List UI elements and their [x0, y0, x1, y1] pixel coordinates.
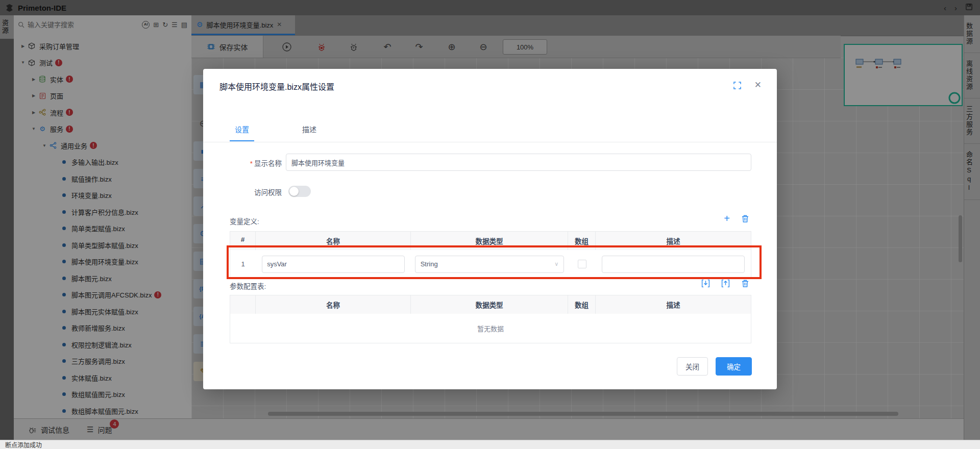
column-header: 名称	[256, 232, 411, 250]
variables-table: #名称数据类型数组描述 1 String ∨	[230, 231, 751, 279]
variable-name-input[interactable]	[262, 256, 405, 273]
delete-variable-icon[interactable]	[741, 214, 749, 223]
application-window: Primeton-IDE ‹ › 资源 AI⊞↻☰▤ ▶采购订单管理▼测试!▶实…	[0, 0, 980, 449]
array-checkbox[interactable]	[578, 260, 586, 268]
tab-settings[interactable]: 设置	[230, 124, 254, 141]
column-header: #	[230, 232, 256, 250]
display-name-input[interactable]	[286, 154, 751, 171]
variable-row: 1 String ∨	[230, 250, 751, 278]
variable-description-input[interactable]	[602, 256, 745, 273]
display-name-label: *显示名称	[203, 158, 282, 168]
tabs-divider	[203, 142, 777, 142]
parameters-table-header: 名称数据类型数组描述	[230, 295, 751, 314]
dialog-title: 脚本使用环境变量.bizx属性设置	[219, 80, 334, 92]
toggle-knob	[289, 187, 299, 196]
import-icon[interactable]	[701, 279, 710, 288]
column-header	[230, 295, 256, 314]
tab-description[interactable]: 描述	[297, 124, 322, 141]
column-header: 名称	[256, 295, 411, 314]
column-header: 数组	[568, 232, 596, 250]
column-header: 数组	[568, 295, 596, 314]
delete-parameter-icon[interactable]	[741, 279, 749, 288]
access-toggle[interactable]	[288, 186, 311, 197]
variables-section-label: 变量定义:	[230, 216, 259, 226]
parameters-section-label: 参数配置表:	[230, 281, 266, 291]
column-header: 数据类型	[411, 295, 568, 314]
status-bar: 断点添加成功	[0, 440, 980, 449]
confirm-button[interactable]: 确定	[716, 357, 752, 376]
column-header: 描述	[596, 232, 751, 250]
dialog-tabs: 设置 描述	[230, 124, 322, 141]
empty-data-text: 暂无数据	[230, 314, 751, 343]
variable-type-select[interactable]: String ∨	[415, 256, 565, 273]
column-header: 描述	[596, 295, 751, 314]
close-icon[interactable]: ✕	[754, 80, 762, 90]
add-variable-icon[interactable]: +	[724, 213, 730, 223]
variables-table-header: #名称数据类型数组描述	[230, 232, 751, 250]
required-asterisk: *	[250, 160, 253, 167]
export-icon[interactable]	[721, 279, 730, 288]
properties-dialog: 脚本使用环境变量.bizx属性设置 ✕ 设置 描述 *显示名称 访问权限 变量定…	[203, 69, 777, 389]
close-button[interactable]: 关闭	[677, 357, 708, 376]
chevron-down-icon: ∨	[554, 261, 558, 267]
column-header: 数据类型	[411, 232, 568, 250]
selected-type: String	[421, 260, 438, 268]
access-label: 访问权限	[203, 187, 282, 197]
fullscreen-icon[interactable]	[733, 82, 741, 89]
row-index: 1	[230, 250, 256, 278]
status-message: 断点添加成功	[5, 440, 42, 449]
parameters-table: 名称数据类型数组描述 暂无数据	[230, 295, 751, 343]
